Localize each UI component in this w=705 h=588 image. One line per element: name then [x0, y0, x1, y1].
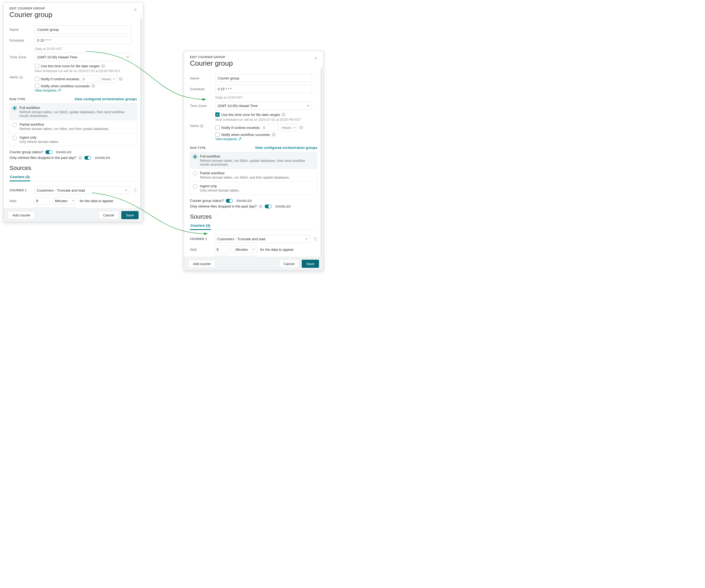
notify-runtime-label: Notify if runtime exceeds [221, 126, 260, 130]
help-icon[interactable]: ? [299, 126, 303, 129]
trash-icon[interactable] [314, 237, 317, 241]
help-icon[interactable]: ? [78, 156, 82, 160]
runtype-ingest-only[interactable]: Ingest only Only refresh domain tables. [10, 133, 137, 146]
schedule-label: Schedule [9, 38, 31, 42]
couriers-tab[interactable]: Couriers (3) [9, 173, 30, 181]
runtime-value-input[interactable] [261, 124, 279, 131]
wait-label: Wait [9, 199, 31, 203]
timezone-select[interactable]: (GMT-10:00) Hawaii Time [215, 102, 312, 110]
runtype-full-workflow[interactable]: Full workflow Refresh domain tables, run… [10, 103, 137, 120]
next-run-helper: Next scheduled run will be on 2024-07-01… [35, 69, 137, 73]
name-label: Name [9, 28, 31, 32]
courier-status-toggle[interactable] [45, 150, 52, 154]
courier-status-toggle[interactable] [226, 199, 233, 203]
chevron-down-icon [125, 189, 128, 192]
edit-courier-group-modal-right: EDIT COURIER GROUP Courier group × Name … [184, 51, 324, 271]
help-icon[interactable]: ? [272, 133, 276, 136]
retrieve-past-day-label: Only retrieve files dropped in the past … [9, 156, 76, 160]
runtype-partial-workflow[interactable]: Partial workflow Refresh domain tables, … [10, 120, 137, 133]
scrollbar[interactable] [321, 67, 323, 257]
timezone-label: Time Zone [190, 104, 211, 108]
timezone-value: (GMT-10:00) Hawaii Time [37, 55, 77, 59]
schedule-helper: Daily at 15:00 HST [35, 47, 137, 51]
courier-1-select[interactable]: Customers - Truncate and load [34, 186, 130, 194]
name-input[interactable] [215, 74, 312, 82]
view-recipients-link[interactable]: View recipients [35, 89, 61, 92]
notify-succeeds-label: Notify when workflow succeeds [41, 84, 90, 88]
radio-icon [12, 106, 17, 110]
scrollbar[interactable] [140, 19, 142, 208]
notify-runtime-checkbox[interactable] [215, 125, 220, 130]
wait-label: Wait [190, 247, 211, 252]
tz-file-range-checkbox[interactable] [215, 112, 220, 117]
courier-1-select[interactable]: Customers - Truncate and load [215, 235, 310, 243]
schedule-helper: Daily at 15:00 HST [215, 96, 317, 99]
runtype-ingest-only[interactable]: Ingest only Only refresh domain tables. [190, 182, 317, 194]
orchestration-link[interactable]: View configured orchestration groups [255, 146, 317, 150]
chevron-down-icon [72, 199, 75, 202]
sources-heading: Sources [9, 165, 137, 172]
name-input[interactable] [35, 26, 132, 34]
enabled-label: ENABLED [276, 205, 291, 208]
external-link-icon [58, 89, 61, 92]
schedule-label: Schedule [190, 87, 211, 91]
notify-succeeds-checkbox[interactable] [35, 84, 39, 88]
help-icon[interactable]: ? [119, 77, 123, 81]
runtype-partial-workflow[interactable]: Partial workflow Refresh domain tables, … [190, 169, 317, 182]
schedule-input[interactable] [215, 85, 312, 93]
trash-icon[interactable] [133, 188, 137, 192]
chevron-down-icon [113, 78, 115, 80]
runtime-unit-select[interactable]: Hours [280, 124, 298, 131]
wait-value-input[interactable] [215, 245, 230, 253]
add-courier-button[interactable]: Add courier [188, 260, 215, 268]
timezone-select[interactable]: (GMT-10:00) Hawaii Time [35, 53, 132, 61]
wait-unit-select[interactable]: Minutes [53, 197, 77, 205]
radio-icon [12, 136, 17, 140]
notify-succeeds-label: Notify when workflow succeeds [221, 133, 270, 137]
enabled-label: ENABLED [237, 199, 252, 202]
help-icon[interactable]: ? [282, 113, 285, 117]
courier-1-label: COURIER 1 [190, 237, 211, 240]
radio-icon [193, 154, 197, 159]
modal-title: Courier group [190, 59, 233, 67]
wait-unit-select[interactable]: Minutes [234, 245, 257, 253]
wait-value-input[interactable] [34, 197, 50, 205]
tz-file-range-checkbox[interactable] [35, 64, 39, 68]
runtype-section-label: RUN TYPE [190, 146, 206, 149]
external-link-icon [238, 138, 241, 140]
courier-status-label: Courier group status? [9, 150, 43, 154]
wait-desc: for the data to appear [80, 199, 113, 203]
couriers-tab[interactable]: Couriers (3) [190, 222, 211, 230]
close-icon[interactable]: × [314, 55, 317, 61]
notify-runtime-checkbox[interactable] [35, 77, 39, 81]
close-icon[interactable]: × [133, 7, 137, 13]
retrieve-past-day-toggle[interactable] [265, 205, 272, 208]
runtype-full-workflow[interactable]: Full workflow Refresh domain tables, run… [190, 152, 317, 169]
cancel-button[interactable]: Cancel [279, 260, 299, 268]
modal-title: Courier group [9, 10, 52, 19]
view-recipients-link[interactable]: View recipients [215, 137, 241, 141]
chevron-down-icon [127, 56, 129, 58]
timezone-value: (GMT-10:00) Hawaii Time [218, 104, 258, 108]
help-icon[interactable]: ? [200, 124, 204, 128]
runtime-value-input[interactable] [81, 75, 98, 83]
orchestration-link[interactable]: View configured orchestration groups [75, 97, 137, 101]
radio-icon [193, 184, 197, 189]
help-icon[interactable]: ? [19, 76, 23, 79]
timezone-label: Time Zone [9, 55, 31, 59]
schedule-input[interactable] [35, 36, 132, 44]
save-button[interactable]: Save [121, 211, 139, 219]
runtype-options: Full workflow Refresh domain tables, run… [190, 152, 317, 195]
notify-succeeds-checkbox[interactable] [215, 132, 220, 137]
notify-runtime-label: Notify if runtime exceeds [41, 77, 79, 81]
add-courier-button[interactable]: Add courier [8, 211, 35, 219]
cancel-button[interactable]: Cancel [99, 211, 119, 219]
radio-icon [193, 171, 197, 176]
help-icon[interactable]: ? [91, 84, 95, 88]
alerts-label: Alerts [9, 75, 18, 79]
save-button[interactable]: Save [302, 260, 319, 268]
help-icon[interactable]: ? [101, 64, 105, 68]
help-icon[interactable]: ? [259, 205, 263, 208]
retrieve-past-day-toggle[interactable] [84, 156, 91, 160]
runtime-unit-select[interactable]: Hours [100, 75, 117, 83]
